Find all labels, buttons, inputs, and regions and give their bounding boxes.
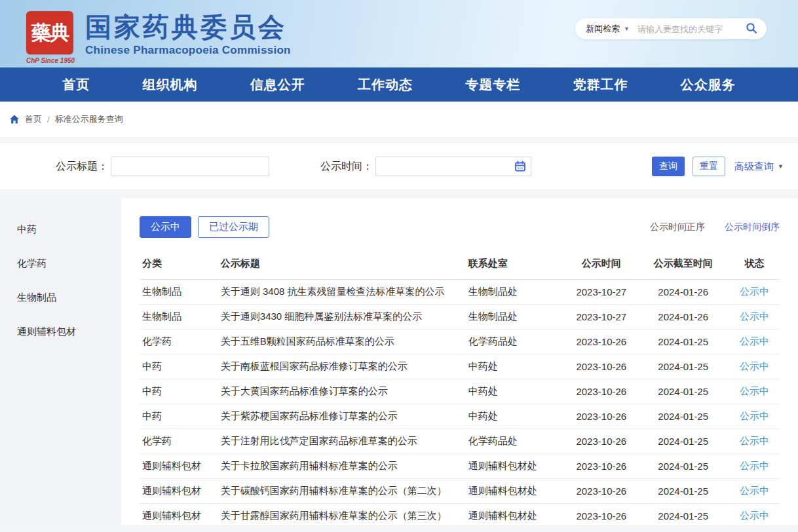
- cell-publish-date: 2023-10-26: [565, 504, 637, 529]
- nav-item-home[interactable]: 首页: [62, 76, 90, 94]
- cell-category: 化学药: [140, 330, 218, 354]
- publication-title-link[interactable]: 关于南板蓝根国家药品标准修订草案的公示: [221, 360, 408, 371]
- publication-title-link[interactable]: 关于注射用比伐芦定国家药品标准草案的公示: [221, 435, 417, 446]
- advanced-query-label: 高级查询: [734, 161, 774, 173]
- status-badge[interactable]: 公示中: [740, 460, 769, 471]
- cell-category: 中药: [140, 404, 218, 429]
- publication-title-link[interactable]: 关于紫苏梗国家药品标准修订草案的公示: [221, 410, 398, 421]
- status-badge[interactable]: 公示中: [740, 311, 769, 322]
- nav-item-party-work[interactable]: 党群工作: [573, 76, 628, 94]
- cell-publish-date: 2023-10-26: [565, 404, 637, 429]
- status-badge[interactable]: 公示中: [740, 335, 769, 347]
- calendar-icon[interactable]: [514, 161, 526, 175]
- table-row: 生物制品 关于通则 3408 抗生素残留量检查法标准草案的公示 生物制品处 20…: [140, 280, 780, 305]
- status-badge[interactable]: 公示中: [740, 435, 769, 446]
- nav-item-information[interactable]: 信息公开: [250, 76, 305, 94]
- publication-title-link[interactable]: 关于甘露醇国家药用辅料标准草案的公示（第三次）: [221, 510, 447, 521]
- seal-caption: ChP Since 1950: [26, 57, 73, 64]
- sidebar-item-biologics[interactable]: 生物制品: [0, 280, 121, 314]
- table-row: 化学药 关于注射用比伐芦定国家药品标准草案的公示 化学药品处 2023-10-2…: [140, 429, 780, 454]
- sort-ascending-link[interactable]: 公示时间正序: [650, 221, 705, 233]
- publication-table: 分类 公示标题 联系处室 公示时间 公示截至时间 状态 生物制品 关于通则 34…: [140, 251, 780, 529]
- publication-title-link[interactable]: 关于碳酸钙国家药用辅料标准草案的公示（第二次）: [221, 485, 447, 496]
- sort-links: 公示时间正序 公示时间倒序: [650, 221, 780, 233]
- table-row: 化学药 关于五维B颗粒国家药品标准草案的公示 化学药品处 2023-10-26 …: [140, 330, 780, 354]
- table-header-row: 分类 公示标题 联系处室 公示时间 公示截至时间 状态: [140, 251, 780, 280]
- search-input[interactable]: [637, 24, 744, 34]
- time-filter-label: 公示时间：: [320, 160, 373, 174]
- cell-category: 中药: [140, 379, 218, 404]
- search-icon: [746, 22, 757, 36]
- time-filter-input[interactable]: [375, 157, 531, 176]
- col-header-category: 分类: [140, 251, 218, 280]
- col-header-office: 联系处室: [466, 251, 565, 280]
- cell-category: 化学药: [140, 429, 218, 454]
- table-row: 中药 关于大黄国家药品标准修订草案的公示 中药处 2023-10-26 2024…: [140, 379, 780, 404]
- status-badge[interactable]: 公示中: [740, 485, 769, 496]
- cell-office: 化学药品处: [466, 330, 565, 354]
- publication-title-link[interactable]: 关于五维B颗粒国家药品标准草案的公示: [221, 335, 394, 347]
- cell-deadline: 2024-01-25: [637, 354, 729, 379]
- publication-title-link[interactable]: 关于通则 3408 抗生素残留量检查法标准草案的公示: [221, 286, 445, 297]
- status-badge[interactable]: 公示中: [740, 385, 769, 396]
- table-row: 通则辅料包材 关于甘露醇国家药用辅料标准草案的公示（第三次） 通则辅料包材处 2…: [140, 504, 780, 529]
- query-button[interactable]: 查询: [652, 157, 685, 176]
- nav-item-special-topics[interactable]: 专题专栏: [465, 76, 520, 94]
- cell-publish-date: 2023-10-26: [565, 354, 637, 379]
- chevron-down-icon: ▼: [778, 163, 784, 170]
- search-category-label: 新闻检索: [586, 23, 620, 35]
- col-header-title: 公示标题: [218, 251, 466, 280]
- sidebar-item-chemical[interactable]: 化学药: [0, 246, 121, 280]
- table-row: 通则辅料包材 关于碳酸钙国家药用辅料标准草案的公示（第二次） 通则辅料包材处 2…: [140, 479, 780, 504]
- brand-text: 国家药典委员会 Chinese Pharmacopoeia Commission: [85, 12, 291, 57]
- cell-category: 通则辅料包材: [140, 504, 218, 529]
- cell-office: 通则辅料包材处: [466, 454, 565, 479]
- filter-panel: 公示标题： 公示时间： 查询 重置 高级查询: [0, 143, 798, 189]
- sort-descending-link[interactable]: 公示时间倒序: [725, 221, 780, 233]
- cell-deadline: 2024-01-25: [637, 504, 729, 529]
- cell-publish-date: 2023-10-26: [565, 454, 637, 479]
- advanced-query-button[interactable]: 高级查询 ▼: [734, 161, 784, 173]
- site-title-cn: 国家药典委员会: [85, 12, 291, 41]
- cell-publish-date: 2023-10-26: [565, 429, 637, 454]
- filter-actions: 查询 重置 高级查询 ▼: [652, 157, 784, 176]
- publication-title-link[interactable]: 关于大黄国家药品标准修订草案的公示: [221, 385, 388, 396]
- breadcrumb-home-link[interactable]: 首页: [25, 113, 42, 125]
- nav-item-public-service[interactable]: 公众服务: [681, 76, 736, 94]
- status-badge[interactable]: 公示中: [740, 510, 769, 521]
- sidebar-item-excipients[interactable]: 通则辅料包材: [0, 314, 121, 349]
- cell-category: 生物制品: [140, 280, 218, 305]
- search-button[interactable]: [744, 22, 759, 36]
- publication-title-link[interactable]: 关于通则3430 细胞种属鉴别法标准草案的公示: [221, 311, 423, 322]
- reset-button[interactable]: 重置: [693, 157, 725, 176]
- date-picker-field: [375, 157, 531, 176]
- nav-item-organization[interactable]: 组织机构: [142, 76, 197, 94]
- table-row: 中药 关于紫苏梗国家药品标准修订草案的公示 中药处 2023-10-26 202…: [140, 404, 780, 429]
- search-category-select[interactable]: 新闻检索 ▼: [586, 23, 630, 35]
- cell-office: 通则辅料包材处: [466, 479, 565, 504]
- breadcrumb-current: 标准公示服务查询: [55, 113, 123, 125]
- title-filter-input[interactable]: [111, 157, 269, 176]
- main-nav: 首页 组织机构 信息公开 工作动态 专题专栏 党群工作 公众服务: [0, 67, 798, 102]
- cell-office: 中药处: [466, 404, 565, 429]
- publication-title-link[interactable]: 关于卡拉胶国家药用辅料标准草案的公示: [221, 460, 398, 471]
- cell-deadline: 2024-01-26: [637, 280, 729, 305]
- nav-item-work-news[interactable]: 工作动态: [358, 76, 413, 94]
- filter-section: 公示标题： 公示时间： 查询 重置 高级查询: [0, 137, 798, 189]
- cell-office: 中药处: [466, 379, 565, 404]
- cell-category: 通则辅料包材: [140, 454, 218, 479]
- status-badge[interactable]: 公示中: [740, 410, 769, 421]
- site-logo[interactable]: 藥典 ChP Since 1950 国家药典委员会 Chinese Pharma…: [26, 11, 291, 57]
- cell-publish-date: 2023-10-26: [565, 330, 637, 354]
- table-row: 通则辅料包材 关于卡拉胶国家药用辅料标准草案的公示 通则辅料包材处 2023-1…: [140, 454, 780, 479]
- cell-category: 通则辅料包材: [140, 479, 218, 504]
- tab-in-publication[interactable]: 公示中: [140, 216, 191, 238]
- status-badge[interactable]: 公示中: [740, 286, 769, 297]
- tab-expired[interactable]: 已过公示期: [198, 216, 269, 238]
- cell-deadline: 2024-01-25: [637, 330, 729, 354]
- seal-characters: 藥典: [31, 23, 68, 43]
- sidebar-item-tcm[interactable]: 中药: [0, 212, 121, 246]
- status-badge[interactable]: 公示中: [740, 360, 769, 371]
- cell-publish-date: 2023-10-27: [565, 280, 637, 305]
- col-header-publish-date: 公示时间: [565, 251, 637, 280]
